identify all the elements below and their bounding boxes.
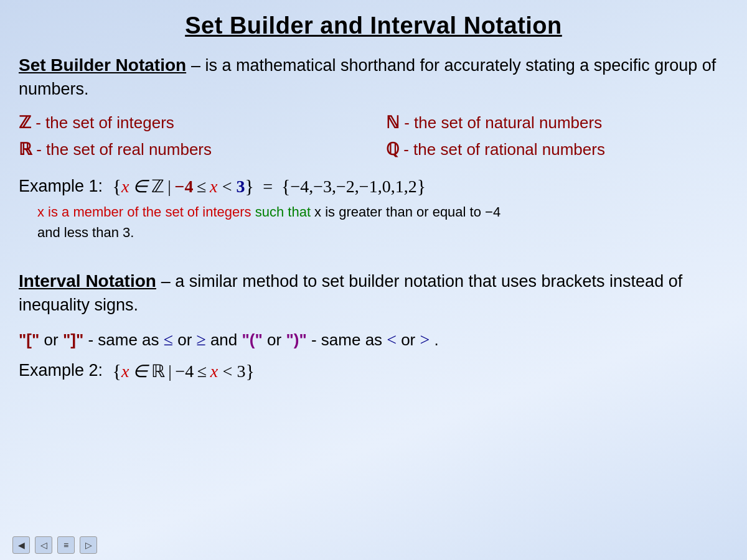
set-item-naturals: ℕ - the set of natural numbers (386, 110, 728, 136)
paren-close: ")" (286, 330, 306, 349)
interval-section: Interval Notation – a similar method to … (19, 269, 728, 381)
symbol-N: ℕ (386, 113, 400, 132)
nav-next-button[interactable]: ▷ (80, 536, 97, 554)
dash-2: - same as (311, 330, 387, 349)
example2-math: {x ∈ ℝ | −4 ≤ x < 3} (113, 360, 255, 381)
nav-list-icon: ≡ (63, 540, 68, 550)
gt-sym: > (420, 330, 430, 349)
nav-next-icon: ▷ (85, 540, 92, 550)
set-reals-text: - the set of real numbers (36, 140, 212, 159)
set-builder-header: Set Builder Notation (19, 55, 191, 75)
page: Set Builder and Interval Notation Set Bu… (0, 0, 747, 560)
set-integers-text: - the set of integers (35, 113, 174, 132)
symbol-Z: ℤ (19, 113, 31, 132)
set-naturals-text: - the set of natural numbers (404, 113, 602, 132)
interval-definition: Interval Notation – a similar method to … (19, 269, 728, 317)
dash-1: - same as (88, 330, 163, 349)
or-1: or (44, 330, 63, 349)
sq-open: "[" (19, 330, 39, 349)
set-item-reals: ℝ - the set of real numbers (19, 137, 361, 163)
nav-prev-icon: ◁ (40, 540, 47, 550)
exp-green-text: such that (255, 204, 311, 220)
number-sets-grid: ℤ - the set of integers ℕ - the set of n… (19, 110, 728, 164)
exp-normal-text2: and less than 3. (37, 225, 134, 240)
example1-label: Example 1: (19, 177, 108, 196)
or-4: or (401, 330, 420, 349)
example1-math: {x ∈ ℤ | −4 ≤ x < 3} = {−4,−3,−2,−1,0,1,… (113, 175, 426, 197)
page-title: Set Builder and Interval Notation (19, 12, 728, 39)
nav-back-button[interactable]: ◀ (12, 536, 30, 554)
or-3: or (267, 330, 286, 349)
symbol-R: ℝ (19, 140, 32, 159)
bracket-line: "[" or "]" - same as ≤ or ≥ and "(" or "… (19, 326, 728, 354)
geq-sym: ≥ (197, 330, 210, 349)
example2-label: Example 2: (19, 361, 108, 380)
set-builder-definition: Set Builder Notation – is a mathematical… (19, 53, 728, 101)
nav-back-icon: ◀ (18, 540, 25, 550)
sq-close: "]" (63, 330, 83, 349)
nav-prev-button[interactable]: ◁ (35, 536, 52, 554)
leq-sym: ≤ (164, 330, 177, 349)
bottom-nav: ◀ ◁ ≡ ▷ (12, 536, 97, 554)
lt-sym: < (387, 330, 401, 349)
period: . (435, 330, 439, 349)
and-text: and (210, 330, 242, 349)
exp-red-text: x is a member of the set of integers (37, 204, 255, 220)
set-item-integers: ℤ - the set of integers (19, 110, 361, 136)
symbol-Q: ℚ (386, 140, 399, 159)
set-rationals-text: - the set of rational numbers (403, 140, 605, 159)
example1-explanation: x is a member of the set of integers suc… (37, 202, 728, 243)
set-item-rationals: ℚ - the set of rational numbers (386, 137, 728, 163)
example2-line: Example 2: {x ∈ ℝ | −4 ≤ x < 3} (19, 360, 728, 381)
interval-label: Interval Notation (19, 271, 156, 291)
interval-header: Interval Notation (19, 271, 161, 291)
paren-open: "(" (242, 330, 263, 349)
set-builder-label: Set Builder Notation (19, 55, 186, 75)
exp-normal-text: x is greater than or equal to −4 (311, 204, 500, 220)
or-2: or (177, 330, 196, 349)
nav-list-button[interactable]: ≡ (57, 536, 75, 554)
example1-line: Example 1: {x ∈ ℤ | −4 ≤ x < 3} = {−4,−3… (19, 175, 728, 197)
